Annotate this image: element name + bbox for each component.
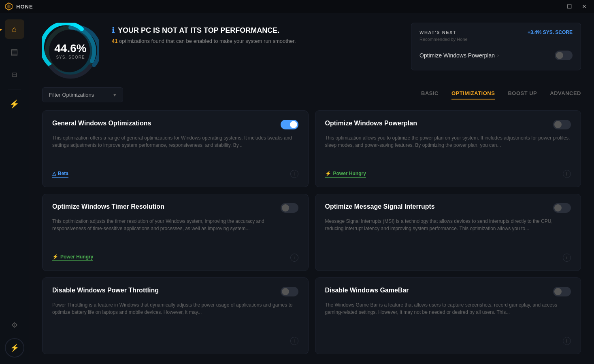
card-info-btn-optimize-powerplan[interactable]: i: [563, 170, 571, 178]
card-info-btn-message-signal[interactable]: i: [563, 254, 571, 262]
filter-label: Filter Optimizations: [49, 92, 94, 98]
card-info-btn-power-throttling[interactable]: i: [290, 337, 298, 345]
card-toggle-power-throttling[interactable]: [281, 287, 298, 296]
tag-icon: ⚡: [325, 171, 331, 176]
card-desc-message-signal: Message Signal Interrupts (MSI) is a tec…: [325, 218, 571, 247]
score-value: 44.6%: [54, 42, 86, 55]
card-toggle-general-windows[interactable]: [281, 120, 298, 129]
alert-subtitle: 41 optimizations found that can be enabl…: [112, 38, 398, 44]
minimize-button[interactable]: —: [549, 2, 560, 11]
whats-next-title: WHAT'S NEXT: [419, 30, 456, 35]
card-desc-general-windows: This optimization offers a range of gene…: [52, 134, 298, 163]
top-section: 44.6% SYS. SCORE ℹ YOUR PC IS NOT AT ITS…: [42, 23, 581, 79]
card-optimize-powerplan: Optimize Windows Powerplan This optimiza…: [315, 110, 581, 187]
sidebar-item-sliders[interactable]: ⊟: [5, 65, 24, 84]
card-footer-power-throttling: i: [52, 337, 298, 345]
card-footer-gamebar: i: [325, 337, 571, 345]
card-tag-timer-resolution[interactable]: ⚡ Power Hungry: [52, 254, 93, 261]
title-bar-controls: — ☐ ✕: [549, 2, 589, 11]
filter-dropdown[interactable]: Filter Optimizations ▾: [42, 87, 123, 102]
whats-next-item-text: Optimize Windows Powerplan ›: [419, 52, 499, 59]
card-header-message-signal: Optimize Message Signal Interrupts: [325, 203, 571, 213]
card-toggle-optimize-powerplan[interactable]: [553, 120, 571, 129]
sidebar-bottom-icon[interactable]: ⚡: [5, 338, 24, 358]
card-desc-gamebar: The Windows Game Bar is a feature that a…: [325, 301, 571, 330]
sidebar-item-home[interactable]: ⌂: [5, 19, 24, 39]
card-gamebar: Disable Windows GameBar The Windows Game…: [315, 277, 581, 354]
home-icon: ⌂: [12, 25, 17, 34]
card-header-power-throttling: Disable Windows Power Throttling: [52, 287, 298, 296]
alert-title: ℹ YOUR PC IS NOT AT ITS TOP PERFORMANCE.: [112, 26, 398, 35]
card-footer-optimize-powerplan: ⚡ Power Hungry i: [325, 170, 571, 178]
card-header-optimize-powerplan: Optimize Windows Powerplan: [325, 120, 571, 129]
card-tag-general-windows[interactable]: △ Beta: [52, 171, 68, 178]
close-button[interactable]: ✕: [579, 2, 589, 11]
card-title-gamebar: Disable Windows GameBar: [325, 287, 409, 294]
tab-basic[interactable]: BASIC: [421, 90, 439, 99]
info-icon: ℹ: [112, 26, 115, 35]
tag-label: Power Hungry: [333, 171, 366, 176]
card-footer-general-windows: △ Beta i: [52, 170, 298, 178]
sidebar-item-settings[interactable]: ⚙: [5, 315, 24, 335]
whats-next-panel: WHAT'S NEXT +3.4% SYS. SCORE Recommended…: [411, 23, 581, 70]
tab-boostup[interactable]: BOOST UP: [508, 90, 537, 99]
card-tag-optimize-powerplan[interactable]: ⚡ Power Hungry: [325, 171, 366, 178]
whats-next-subtitle: Recommended by Hone: [419, 37, 573, 42]
card-info-btn-general-windows[interactable]: i: [290, 170, 298, 178]
card-header-timer-resolution: Optimize Windows Timer Resolution: [52, 203, 298, 213]
card-footer-message-signal: i: [325, 254, 571, 262]
card-footer-timer-resolution: ⚡ Power Hungry i: [52, 254, 298, 262]
card-info-btn-timer-resolution[interactable]: i: [290, 254, 298, 262]
card-power-throttling: Disable Windows Power Throttling Power T…: [42, 277, 309, 354]
card-general-windows: General Windows Optimizations This optim…: [42, 110, 309, 187]
tag-icon: ⚡: [52, 254, 58, 260]
card-toggle-message-signal[interactable]: [553, 203, 571, 213]
boost-icon: ⚡: [10, 343, 19, 352]
app-logo: [5, 2, 13, 11]
app-body: ⌂ ▤ ⊟ ⚡ ⚙ ⚡: [0, 13, 594, 364]
card-toggle-timer-resolution[interactable]: [281, 203, 298, 213]
sliders-icon: ⊟: [12, 71, 17, 78]
title-bar-left: HONE: [5, 2, 33, 11]
settings-icon: ⚙: [11, 321, 18, 330]
tab-optimizations[interactable]: OPTIMIZATIONS: [451, 90, 495, 99]
card-title-message-signal: Optimize Message Signal Interrupts: [325, 203, 435, 210]
main-content: 44.6% SYS. SCORE ℹ YOUR PC IS NOT AT ITS…: [29, 13, 594, 364]
card-info-btn-gamebar[interactable]: i: [563, 337, 571, 345]
cards-grid: General Windows Optimizations This optim…: [42, 110, 581, 354]
title-bar: HONE — ☐ ✕: [0, 0, 594, 13]
card-desc-timer-resolution: This optimization adjusts the timer reso…: [52, 218, 298, 247]
card-toggle-gamebar[interactable]: [553, 287, 571, 296]
chevron-down-icon: ▾: [113, 92, 116, 98]
whats-next-toggle[interactable]: [555, 51, 573, 60]
whats-next-header: WHAT'S NEXT +3.4% SYS. SCORE: [419, 30, 573, 35]
controls-row: Filter Optimizations ▾ BASICOPTIMIZATION…: [42, 87, 581, 102]
maximize-button[interactable]: ☐: [564, 2, 575, 11]
chevron-right-icon: ›: [497, 53, 499, 58]
alert-box: ℹ YOUR PC IS NOT AT ITS TOP PERFORMANCE.…: [112, 23, 398, 44]
card-timer-resolution: Optimize Windows Timer Resolution This o…: [42, 194, 309, 271]
whats-next-score: +3.4% SYS. SCORE: [528, 30, 573, 35]
sidebar-item-list[interactable]: ▤: [5, 42, 24, 61]
card-header-general-windows: General Windows Optimizations: [52, 120, 298, 129]
list-icon: ▤: [11, 47, 18, 57]
tab-advanced[interactable]: ADVANCED: [550, 90, 581, 99]
app-title: HONE: [16, 4, 33, 10]
tag-label: Beta: [58, 171, 68, 176]
whats-next-item: Optimize Windows Powerplan ›: [419, 47, 573, 63]
score-text: 44.6% SYS. SCORE: [54, 42, 86, 59]
card-message-signal: Optimize Message Signal Interrupts Messa…: [315, 194, 581, 271]
card-desc-power-throttling: Power Throttling is a feature in Windows…: [52, 301, 298, 330]
sidebar-item-power[interactable]: ⚡: [5, 94, 24, 114]
sidebar: ⌂ ▤ ⊟ ⚡ ⚙ ⚡: [0, 13, 29, 364]
score-gauge: 44.6% SYS. SCORE: [42, 23, 99, 79]
card-title-general-windows: General Windows Optimizations: [52, 120, 151, 127]
card-header-gamebar: Disable Windows GameBar: [325, 287, 571, 296]
sidebar-divider: [8, 89, 21, 89]
card-desc-optimize-powerplan: This optimization allows you to optimize…: [325, 134, 571, 163]
power-icon: ⚡: [9, 99, 19, 109]
card-title-optimize-powerplan: Optimize Windows Powerplan: [325, 120, 417, 127]
score-label: SYS. SCORE: [54, 55, 86, 59]
card-title-timer-resolution: Optimize Windows Timer Resolution: [52, 203, 164, 210]
tag-icon: △: [52, 171, 56, 176]
